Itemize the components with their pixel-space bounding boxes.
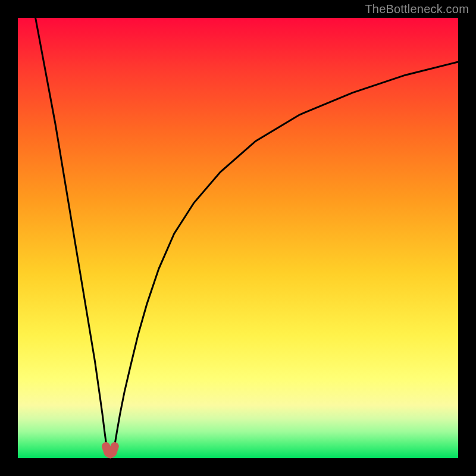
watermark-label: TheBottleneck.com — [365, 2, 469, 16]
curve-left-branch — [36, 18, 108, 452]
chart-frame: TheBottleneck.com — [0, 0, 476, 476]
plot-area — [18, 18, 458, 458]
curve-right-branch — [113, 62, 458, 452]
bottleneck-curve — [18, 18, 458, 458]
min-marker — [106, 446, 115, 454]
